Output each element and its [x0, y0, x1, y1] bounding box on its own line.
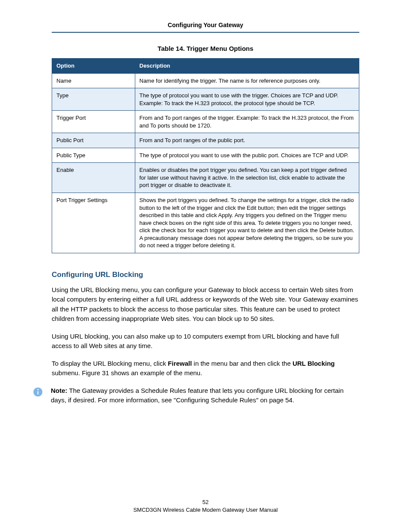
footer-doc-title: SMCD3GN Wireless Cable Modem Gateway Use…	[0, 506, 411, 514]
cell-option: Public Port	[52, 133, 135, 148]
page-number: 52	[0, 498, 411, 506]
text-fragment: To display the URL Blocking menu, click	[52, 360, 168, 367]
table-row: Public Type The type of protocol you wan…	[52, 148, 359, 163]
running-header: Configuring Your Gateway	[52, 22, 359, 28]
table-header-option: Option	[52, 59, 135, 74]
cell-option: Type	[52, 88, 135, 111]
cell-desc: Shows the port triggers you defined. To …	[135, 193, 359, 253]
text-fragment: submenu. Figure 31 shows an example of t…	[52, 369, 202, 376]
cell-option: Enable	[52, 163, 135, 193]
note-label: Note:	[51, 387, 67, 394]
cell-desc: From and To port ranges of the trigger. …	[135, 111, 359, 133]
bold-term: URL Blocking	[293, 360, 335, 367]
paragraph: Using URL blocking, you can also make up…	[52, 332, 359, 351]
paragraph: To display the URL Blocking menu, click …	[52, 359, 359, 378]
note-block: Note: The Gateway provides a Schedule Ru…	[52, 386, 359, 405]
page-footer: 52 SMCD3GN Wireless Cable Modem Gateway …	[0, 498, 411, 514]
svg-rect-1	[37, 391, 38, 395]
cell-option: Port Trigger Settings	[52, 193, 135, 253]
cell-desc: Name for identifying the trigger. The na…	[135, 73, 359, 88]
cell-option: Trigger Port	[52, 111, 135, 133]
svg-point-2	[37, 389, 39, 390]
page: Configuring Your Gateway Table 14. Trigg…	[0, 0, 411, 532]
note-text: Note: The Gateway provides a Schedule Ru…	[51, 386, 359, 405]
table-row: Type The type of protocol you want to us…	[52, 88, 359, 111]
paragraph: Using the URL Blocking menu, you can con…	[52, 285, 359, 324]
info-icon	[33, 387, 43, 399]
cell-desc: The type of protocol you want to use wit…	[135, 88, 359, 111]
table-row: Name Name for identifying the trigger. T…	[52, 73, 359, 88]
header-rule	[52, 32, 359, 33]
table-header-description: Description	[135, 59, 359, 74]
cell-option: Public Type	[52, 148, 135, 163]
section-heading: Configuring URL Blocking	[52, 271, 359, 279]
cell-desc: From and To port ranges of the public po…	[135, 133, 359, 148]
table-caption: Table 14. Trigger Menu Options	[52, 45, 359, 52]
cell-desc: Enables or disables the port trigger you…	[135, 163, 359, 193]
table-row: Trigger Port From and To port ranges of …	[52, 111, 359, 133]
cell-option: Name	[52, 73, 135, 88]
table-row: Port Trigger Settings Shows the port tri…	[52, 193, 359, 253]
cell-desc: The type of protocol you want to use wit…	[135, 148, 359, 163]
bold-term: Firewall	[168, 360, 192, 367]
table-row: Public Port From and To port ranges of t…	[52, 133, 359, 148]
table-row: Enable Enables or disables the port trig…	[52, 163, 359, 193]
note-body: The Gateway provides a Schedule Rules fe…	[51, 387, 344, 404]
text-fragment: in the menu bar and then click the	[192, 360, 292, 367]
trigger-options-table: Option Description Name Name for identif…	[52, 58, 359, 253]
